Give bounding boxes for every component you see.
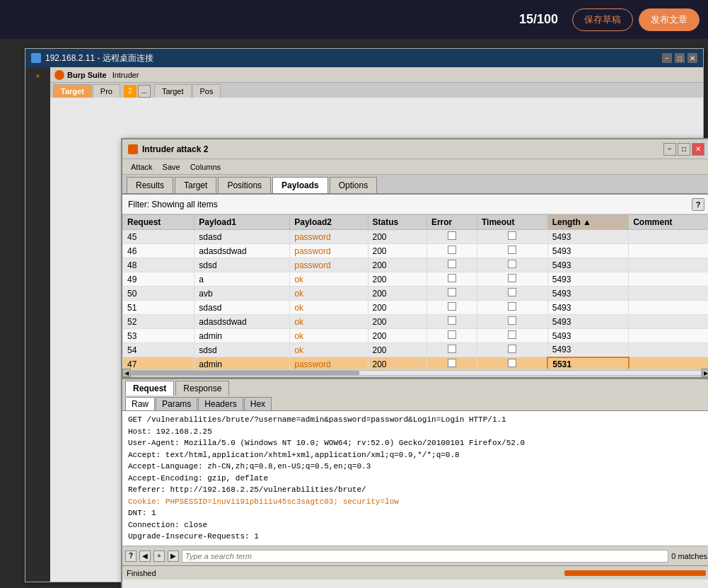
burp-tab-target2[interactable]: Target <box>154 84 192 98</box>
search-input[interactable] <box>182 550 668 563</box>
table-cell <box>426 301 477 315</box>
table-cell <box>477 301 547 315</box>
intruder-icon <box>128 144 138 154</box>
burp-tab-pro[interactable]: Pro <box>93 84 120 98</box>
intruder-close-button[interactable]: ✕ <box>692 143 704 156</box>
tab-number-btn[interactable]: 2 <box>124 85 137 98</box>
intruder-menu-attack[interactable]: Attack <box>127 162 157 172</box>
col-comment[interactable]: Comment <box>629 215 708 230</box>
col-length[interactable]: Length ▲ <box>547 215 628 230</box>
intruder-tabs: Results Target Positions Payloads Option… <box>122 175 708 195</box>
status-text: Finished <box>127 569 156 577</box>
table-cell <box>629 315 708 329</box>
search-prev-btn[interactable]: ◀ <box>139 550 151 562</box>
table-row[interactable]: 49aok2005493 <box>123 272 709 287</box>
col-status[interactable]: Status <box>368 215 426 230</box>
search-next-btn[interactable]: ▶ <box>168 550 179 562</box>
rd-title-text: 192.168.2.11 - 远程桌面连接 <box>45 52 153 64</box>
raw-tab-headers[interactable]: Headers <box>198 397 243 410</box>
table-row[interactable]: 52adasdsdwadok2005493 <box>123 315 709 329</box>
table-row[interactable]: 47adminpassword2005531 <box>123 357 709 369</box>
scroll-left-btn[interactable]: ◀ <box>122 369 131 377</box>
table-cell: 53 <box>123 329 195 343</box>
rd-maximize-button[interactable]: □ <box>675 53 685 63</box>
intruder-minimize-button[interactable]: − <box>663 143 676 156</box>
intruder-tab-options[interactable]: Options <box>330 177 377 193</box>
table-row[interactable]: 48sdsdpassword2005493 <box>123 258 709 272</box>
table-cell <box>426 244 477 258</box>
table-cell <box>477 287 547 301</box>
raw-tab-params[interactable]: Params <box>156 397 197 410</box>
table-cell: 52 <box>123 315 195 329</box>
col-payload2[interactable]: Payload2 <box>290 215 368 230</box>
http-line: Upgrade-Insecure-Requests: 1 <box>128 531 704 543</box>
table-cell <box>629 329 708 343</box>
table-scroll-container[interactable]: Request Payload1 Payload2 Status Error T… <box>122 214 708 369</box>
raw-tab-raw[interactable]: Raw <box>125 397 155 410</box>
table-row[interactable]: 53adminok2005493 <box>123 329 709 343</box>
rd-minimize-button[interactable]: − <box>662 53 672 63</box>
results-table-area: Request Payload1 Payload2 Status Error T… <box>122 214 708 377</box>
burp-tab-target[interactable]: Target <box>53 84 92 98</box>
table-cell: ok <box>290 315 368 329</box>
table-row[interactable]: 54sdsdok2005493 <box>123 343 709 357</box>
intruder-menu-save[interactable]: Save <box>158 162 185 172</box>
http-line: User-Agent: Mozilla/5.0 (Windows NT 10.0… <box>128 437 704 449</box>
raw-tab-hex[interactable]: Hex <box>244 397 272 410</box>
col-payload1[interactable]: Payload1 <box>195 215 290 230</box>
burp-tab-pos[interactable]: Pos <box>192 84 221 98</box>
intruder-tab-positions[interactable]: Positions <box>218 177 271 193</box>
table-cell: password <box>290 230 368 244</box>
table-cell: sdasd <box>195 230 290 244</box>
table-cell: 200 <box>368 230 426 244</box>
http-line: Accept: text/html,application/xhtml+xml,… <box>128 449 704 461</box>
table-cell: 49 <box>123 272 195 287</box>
intruder-win-controls: − □ ✕ <box>663 143 704 156</box>
table-cell: admin <box>195 329 290 343</box>
response-tab[interactable]: Response <box>175 381 229 396</box>
rd-close-button[interactable]: ✕ <box>687 53 697 63</box>
table-cell: 200 <box>368 329 426 343</box>
bottom-panels: Request Response Raw Params Headers Hex <box>122 377 708 588</box>
table-row[interactable]: 45sdasdpassword2005493 <box>123 230 709 244</box>
intruder-tab-target[interactable]: Target <box>175 177 216 193</box>
search-matches: 0 matches <box>671 552 707 560</box>
table-cell: ok <box>290 272 368 287</box>
rd-controls: − □ ✕ <box>662 53 697 63</box>
table-row[interactable]: 46adasdsdwadpassword2005493 <box>123 244 709 258</box>
intruder-menu: Attack Save Columns <box>122 159 708 175</box>
table-cell <box>629 357 708 369</box>
remote-desktop-window: 192.168.2.11 - 远程桌面连接 − □ ✕ ≡ Burp Suite… <box>25 48 704 582</box>
table-cell <box>426 287 477 301</box>
col-request[interactable]: Request <box>123 215 195 230</box>
table-cell: 5493 <box>547 301 628 315</box>
scrollbar-track[interactable] <box>131 370 702 376</box>
table-cell <box>426 357 477 369</box>
req-resp-tabs: Request Response <box>122 379 708 396</box>
table-cell: 200 <box>368 287 426 301</box>
col-error[interactable]: Error <box>426 215 477 230</box>
intruder-menu-columns[interactable]: Columns <box>186 162 225 172</box>
request-tab[interactable]: Request <box>125 381 174 396</box>
table-cell <box>477 272 547 287</box>
table-cell: 5493 <box>547 287 628 301</box>
table-row[interactable]: 51sdasdok2005493 <box>123 301 709 315</box>
tab-more-btn[interactable]: ... <box>138 85 151 98</box>
intruder-window: Intruder attack 2 − □ ✕ Attack Save Colu… <box>121 138 708 588</box>
table-cell: ok <box>290 287 368 301</box>
burp-version: Intruder <box>112 71 139 79</box>
intruder-tab-results[interactable]: Results <box>127 177 173 193</box>
table-row[interactable]: 50avbok2005493 <box>123 287 709 301</box>
save-draft-button[interactable]: 保存草稿 <box>572 8 633 31</box>
search-help-button[interactable]: ? <box>125 550 137 562</box>
intruder-tab-payloads[interactable]: Payloads <box>272 177 328 193</box>
intruder-maximize-button[interactable]: □ <box>678 143 690 156</box>
table-cell: password <box>290 258 368 272</box>
horizontal-scrollbar[interactable]: ◀ ▶ <box>122 369 708 377</box>
col-timeout[interactable]: Timeout <box>477 215 547 230</box>
search-add-btn[interactable]: + <box>153 550 165 562</box>
scroll-right-btn[interactable]: ▶ <box>702 369 708 377</box>
intruder-title-text: Intruder attack 2 <box>142 144 208 154</box>
filter-help-button[interactable]: ? <box>692 198 704 211</box>
publish-button[interactable]: 发布文章 <box>639 8 700 31</box>
